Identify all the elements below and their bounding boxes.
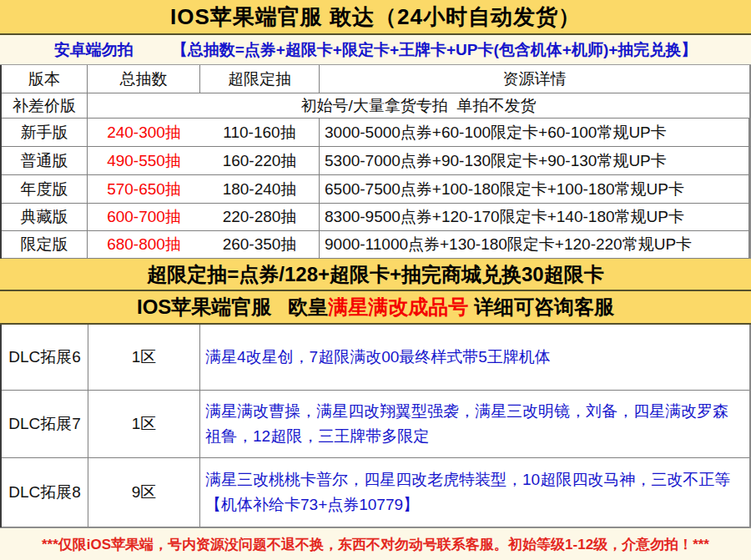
resource-details-cell: 3000-5000点券+60-100限定卡+60-100常规UP卡 [320, 119, 749, 147]
versions-table: 版本 总抽数 超限定抽 资源详情 补差价版 初始号/大量拿货专拍 单拍不发货 新… [0, 65, 751, 259]
product-info-sheet: IOS苹果端官服 敢达（24小时自动发货） 安卓端勿拍 【总抽数=点券+超限卡+… [0, 0, 751, 560]
total-draws-cell: 680-800抽 [88, 231, 200, 259]
premium-banner-suffix: 详细可咨询客服 [468, 294, 614, 320]
version-cell: 限定版 [2, 231, 88, 259]
super-limit-draws-cell: 160-220抽 [200, 147, 320, 175]
footer-disclaimer: ***仅限iOS苹果端，号内资源没问题不退不换，东西不对勿动号联系客服。初始等级… [0, 527, 751, 560]
premium-banner-highlight: 满星满改成品号 [328, 294, 468, 320]
android-warning-label: 安卓端勿拍 [54, 39, 134, 61]
dlc-name-cell: DLC拓展6 [2, 325, 88, 391]
super-limit-draws-cell: 180-240抽 [200, 175, 320, 204]
super-limit-draws-cell: 220-280抽 [200, 204, 320, 231]
column-header-version: 版本 [2, 65, 88, 93]
resource-details-cell: 9000-11000点券+130-180限定卡+120-220常规UP卡 [320, 231, 749, 259]
resource-details-cell: 5300-7000点券+90-130限定卡+90-130常规UP卡 [320, 147, 749, 175]
dlc-zone-cell: 1区 [88, 391, 200, 458]
version-cell: 年度版 [2, 175, 88, 204]
dlc-description-cell: 满星三改桃桃卡普尔，四星四改老虎特装型，10超限四改马神，三改不正等【机体补给卡… [200, 458, 749, 527]
super-limit-formula-banner: 超限定抽=点券/128+超限卡+抽完商城兑换30超限卡 [0, 259, 751, 291]
column-header-total-draws: 总抽数 [88, 65, 200, 93]
version-cell: 普通版 [2, 147, 88, 175]
special-row-note: 初始号/大量拿货专拍 单拍不发货 [88, 93, 749, 119]
dlc-table: DLC拓展6 1区 满星4改星创，7超限满改00最终样式带5王牌机体 DLC拓展… [0, 325, 751, 527]
page-title: IOS苹果端官服 敢达（24小时自动发货） [0, 0, 751, 35]
dlc-name-cell: DLC拓展8 [2, 458, 88, 527]
dlc-description-cell: 满星4改星创，7超限满改00最终样式带5王牌机体 [200, 325, 749, 391]
dlc-zone-cell: 1区 [88, 325, 200, 391]
version-cell: 补差价版 [2, 93, 88, 119]
dlc-zone-cell: 9区 [88, 458, 200, 527]
total-draws-cell: 570-650抽 [88, 175, 200, 204]
super-limit-draws-cell: 260-350抽 [200, 231, 320, 259]
total-draws-cell: 490-550抽 [88, 147, 200, 175]
version-cell: 新手版 [2, 119, 88, 147]
total-draws-cell: 240-300抽 [88, 119, 200, 147]
column-header-super-limit-draws: 超限定抽 [200, 65, 320, 93]
premium-account-banner: IOS苹果端官服 欧皇满星满改成品号 详细可咨询客服 [0, 291, 751, 325]
premium-banner-prefix: IOS苹果端官服 欧皇 [137, 294, 328, 320]
resource-details-cell: 8300-9500点券+120-170限定卡+140-180常规UP卡 [320, 204, 749, 231]
super-limit-draws-cell: 110-160抽 [200, 119, 320, 147]
total-draws-cell: 600-700抽 [88, 204, 200, 231]
draw-formula-note: 【总抽数=点券+超限卡+限定卡+王牌卡+UP卡(包含机体+机师)+抽完兑换】 [172, 39, 698, 61]
subtitle-row: 安卓端勿拍 【总抽数=点券+超限卡+限定卡+王牌卡+UP卡(包含机体+机师)+抽… [0, 35, 751, 65]
resource-details-cell: 6500-7500点券+100-180限定卡+100-180常规UP卡 [320, 175, 749, 204]
column-header-resource-details: 资源详情 [320, 65, 749, 93]
dlc-name-cell: DLC拓展7 [2, 391, 88, 458]
version-cell: 典藏版 [2, 204, 88, 231]
dlc-description-cell: 满星满改曹操，满星四改翔翼型强袭，满星三改明镜，刘备，四星满改罗森祖鲁，12超限… [200, 391, 749, 458]
